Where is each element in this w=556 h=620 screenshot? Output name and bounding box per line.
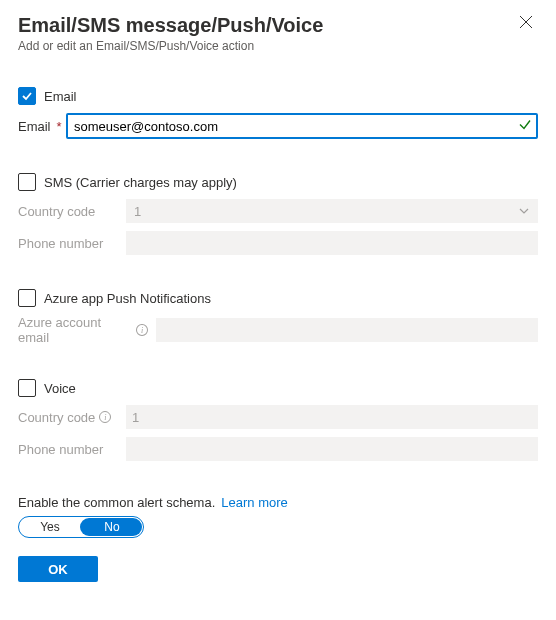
voice-phone-input[interactable] <box>126 437 538 461</box>
sms-section: SMS (Carrier charges may apply) Country … <box>18 173 538 255</box>
dialog-subtitle: Add or edit an Email/SMS/Push/Voice acti… <box>18 39 538 53</box>
sms-country-code-label: Country code <box>18 204 95 219</box>
voice-phone-label: Phone number <box>18 442 103 457</box>
push-account-input[interactable] <box>156 318 538 342</box>
ok-button[interactable]: OK <box>18 556 98 582</box>
sms-checkbox-label: SMS (Carrier charges may apply) <box>44 175 237 190</box>
email-section: Email Email* <box>18 87 538 139</box>
chevron-down-icon <box>518 205 530 217</box>
toggle-yes[interactable]: Yes <box>19 520 81 534</box>
sms-checkbox[interactable] <box>18 173 36 191</box>
dialog-title: Email/SMS message/Push/Voice <box>18 14 538 37</box>
info-icon[interactable]: i <box>136 324 148 336</box>
info-icon[interactable]: i <box>99 411 111 423</box>
voice-country-code-input[interactable] <box>126 405 538 429</box>
checkmark-icon <box>21 90 33 102</box>
close-icon <box>518 14 534 30</box>
required-indicator: * <box>57 119 62 134</box>
learn-more-link[interactable]: Learn more <box>221 495 287 510</box>
email-checkbox-label: Email <box>44 89 77 104</box>
voice-checkbox[interactable] <box>18 379 36 397</box>
email-input[interactable] <box>66 113 538 139</box>
schema-row: Enable the common alert schema. Learn mo… <box>18 495 538 510</box>
schema-toggle[interactable]: Yes No <box>18 516 144 538</box>
push-checkbox-label: Azure app Push Notifications <box>44 291 211 306</box>
push-checkbox[interactable] <box>18 289 36 307</box>
sms-phone-input[interactable] <box>126 231 538 255</box>
sms-country-code-value: 1 <box>134 204 141 219</box>
sms-phone-label: Phone number <box>18 236 103 251</box>
close-button[interactable] <box>518 14 538 34</box>
toggle-no[interactable]: No <box>81 520 143 534</box>
voice-country-code-label: Country code <box>18 410 95 425</box>
email-checkbox[interactable] <box>18 87 36 105</box>
voice-section: Voice Country code i Phone number <box>18 379 538 461</box>
voice-checkbox-label: Voice <box>44 381 76 396</box>
email-field-label: Email <box>18 119 51 134</box>
sms-country-code-select[interactable]: 1 <box>126 199 538 223</box>
push-account-label: Azure account email <box>18 315 132 345</box>
schema-text: Enable the common alert schema. <box>18 495 215 510</box>
push-section: Azure app Push Notifications Azure accou… <box>18 289 538 345</box>
